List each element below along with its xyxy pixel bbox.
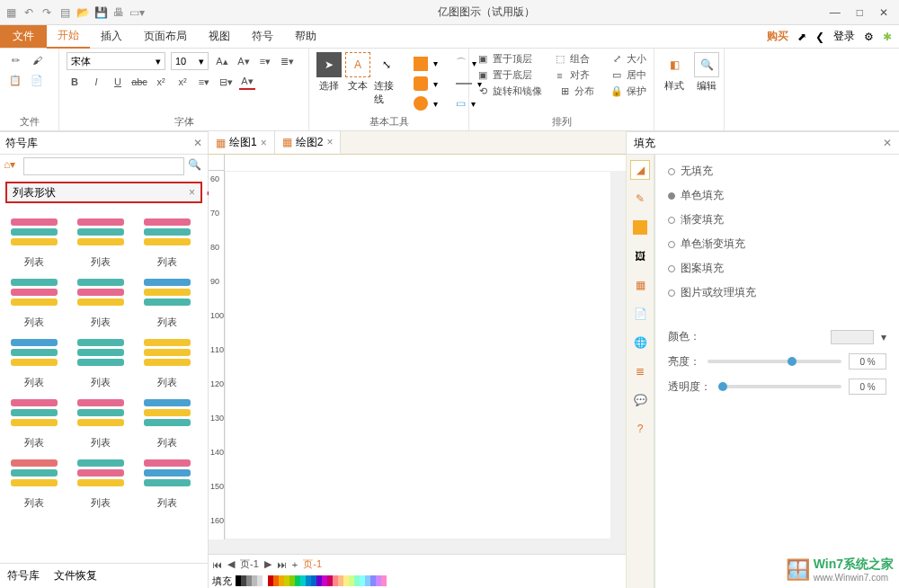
gallery-item[interactable]: 列表	[4, 210, 65, 269]
close-tab-icon[interactable]: ×	[326, 136, 333, 148]
circle-shape-icon[interactable]	[414, 96, 428, 111]
save-icon[interactable]: 💾	[93, 5, 108, 20]
font-family-combo[interactable]: 宋体▾	[67, 52, 165, 70]
fill-option-radio[interactable]: 单色渐变填充	[668, 236, 886, 252]
search-icon[interactable]: 🔍	[188, 158, 204, 174]
square-shape-icon[interactable]	[414, 57, 428, 71]
underline-button[interactable]: U	[110, 74, 126, 90]
menu-symbols[interactable]: 符号	[241, 25, 284, 48]
shape-tab-icon[interactable]	[630, 218, 650, 237]
share-icon[interactable]: ⬈	[797, 31, 806, 43]
gallery-item[interactable]: 列表	[4, 451, 65, 510]
file-menu-button[interactable]: 文件	[0, 25, 47, 48]
size-button[interactable]: ⤢大小	[610, 52, 646, 66]
align-button[interactable]: ≡对齐	[554, 68, 590, 82]
brightness-value[interactable]: 0 %	[849, 353, 886, 370]
layers-tab-icon[interactable]: ≣	[630, 361, 650, 381]
text-tool[interactable]: A 文本	[345, 52, 370, 93]
vertical-scrollbar[interactable]	[611, 171, 626, 539]
help-tab-icon[interactable]: ?	[630, 419, 650, 439]
doc-tab-2[interactable]: ▦绘图2×	[275, 131, 342, 154]
menu-view[interactable]: 视图	[198, 25, 241, 48]
home-icon[interactable]: ⌂▾	[4, 158, 20, 174]
image-tab-icon[interactable]: 🖼	[630, 246, 650, 266]
subscript-button[interactable]: x²	[174, 74, 191, 90]
valign-icon[interactable]: ⊟▾	[218, 74, 234, 90]
document-tab-icon[interactable]: 📄	[630, 304, 650, 324]
fill-option-radio[interactable]: 单色填充	[668, 188, 886, 203]
brush-icon[interactable]: 🖌	[29, 52, 45, 68]
connector-tool[interactable]: ⤡ 连接线	[374, 52, 399, 106]
center-button[interactable]: ▭居中	[610, 68, 646, 82]
close-category-icon[interactable]: ×	[189, 186, 195, 199]
roundrect-shape-icon[interactable]	[414, 76, 428, 91]
add-page-icon[interactable]: +	[292, 559, 298, 570]
image-icon[interactable]: ▭	[456, 97, 466, 110]
align-icon[interactable]: ≡▾	[196, 74, 212, 90]
gallery-item[interactable]: 列表	[70, 391, 131, 450]
social-icon[interactable]: ❮	[815, 31, 824, 43]
redo-icon[interactable]: ↷	[40, 5, 54, 20]
page-last-icon[interactable]: ⏭	[277, 559, 287, 570]
globe-tab-icon[interactable]: 🌐	[630, 333, 650, 352]
send-back-button[interactable]: ▣置于底层	[476, 68, 532, 82]
group-button[interactable]: ⬚组合	[554, 52, 590, 66]
close-fill-panel-icon[interactable]: ✕	[883, 137, 892, 149]
close-panel-icon[interactable]: ✕	[193, 137, 202, 149]
fill-option-radio[interactable]: 图片或纹理填充	[668, 285, 886, 300]
italic-button[interactable]: I	[88, 74, 104, 90]
fill-option-radio[interactable]: 无填充	[668, 164, 886, 179]
menu-insert[interactable]: 插入	[90, 25, 133, 48]
edit-button[interactable]: 🔍 编辑	[694, 52, 719, 93]
active-page[interactable]: 页-1	[303, 557, 322, 571]
font-color-icon[interactable]: A▾	[239, 74, 255, 90]
curve-icon[interactable]: ⌒	[456, 56, 467, 71]
opacity-value[interactable]: 0 %	[849, 379, 886, 395]
tab-file-restore[interactable]: 文件恢复	[54, 568, 97, 584]
pointer-icon[interactable]: ✏	[7, 52, 23, 68]
fill-option-radio[interactable]: 渐变填充	[668, 212, 886, 227]
undo-icon[interactable]: ↶	[22, 5, 36, 20]
color-swatch[interactable]	[381, 575, 387, 586]
font-size-combo[interactable]: 10▾	[171, 52, 209, 70]
select-tool[interactable]: ➤ 选择	[316, 52, 342, 93]
maximize-button[interactable]: □	[857, 6, 863, 19]
gallery-item[interactable]: 列表	[70, 210, 131, 269]
comment-tab-icon[interactable]: 💬	[630, 390, 650, 410]
close-tab-icon[interactable]: ×	[261, 137, 267, 149]
rotate-button[interactable]: ⟲旋转和镜像	[476, 85, 542, 98]
settings-icon[interactable]: ⚙	[864, 31, 874, 43]
menu-help[interactable]: 帮助	[284, 25, 327, 48]
strike-button[interactable]: abc	[131, 74, 147, 90]
new-icon[interactable]: ▤	[58, 5, 72, 20]
style-button[interactable]: ◧ 样式	[662, 52, 687, 93]
page-next-icon[interactable]: ▶	[264, 558, 271, 570]
gallery-item[interactable]: 列表	[4, 331, 65, 389]
gallery-item[interactable]: 列表	[70, 331, 131, 389]
superscript-button[interactable]: x²	[153, 74, 169, 90]
gallery-item[interactable]: 列表	[137, 391, 198, 450]
export-icon[interactable]: ▭▾	[129, 5, 144, 20]
gallery-item[interactable]: 列表	[4, 391, 65, 450]
category-header-highlighted[interactable]: 列表形状 ×	[5, 182, 202, 203]
gallery-item[interactable]: 列表	[137, 331, 198, 389]
fill-tab-icon[interactable]: ◢	[630, 160, 650, 180]
brightness-slider[interactable]	[708, 360, 841, 363]
gallery-item[interactable]: 列表	[137, 271, 198, 329]
copy-icon[interactable]: 📋	[7, 72, 23, 88]
effect-tab-icon[interactable]: ▦	[630, 275, 650, 295]
line-spacing-icon[interactable]: ≡▾	[257, 53, 273, 69]
color-picker[interactable]	[831, 330, 874, 344]
gallery-item[interactable]: 列表	[70, 271, 131, 329]
help-icon[interactable]: ✱	[883, 31, 892, 43]
tab-symbol-library[interactable]: 符号库	[7, 568, 40, 584]
print-icon[interactable]: 🖶	[111, 5, 126, 20]
opacity-slider[interactable]	[718, 385, 841, 388]
font-shrink-icon[interactable]: A▾	[236, 53, 252, 69]
line-tab-icon[interactable]: ✎	[630, 189, 650, 209]
distribute-button[interactable]: ⊞分布	[558, 85, 594, 98]
doc-tab-1[interactable]: ▦绘图1×	[209, 131, 275, 154]
minimize-button[interactable]: —	[830, 6, 841, 19]
bullets-icon[interactable]: ≣▾	[279, 53, 295, 69]
protect-button[interactable]: 🔒保护	[610, 85, 646, 98]
